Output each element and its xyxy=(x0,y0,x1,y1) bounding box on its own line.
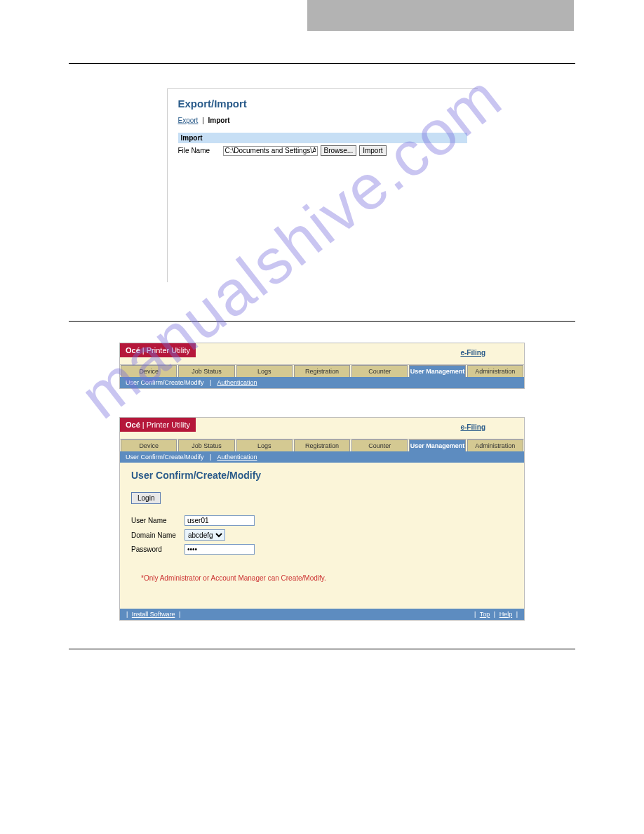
import-button[interactable]: Import xyxy=(359,145,386,156)
efiling-link-3[interactable]: e-Filing xyxy=(460,423,485,431)
password-label: Password xyxy=(131,545,185,553)
tab-user-management-3[interactable]: User Management xyxy=(409,439,465,451)
tab-job-status[interactable]: Job Status xyxy=(178,365,234,377)
subnav-auth[interactable]: Authentication xyxy=(217,379,257,386)
panel-title: Export/Import xyxy=(178,98,467,110)
footer-bar: | Install Software | | Top | Help | xyxy=(120,609,524,620)
username-row: User Name xyxy=(131,515,513,526)
login-form: User Confirm/Create/Modify Login User Na… xyxy=(120,463,524,609)
help-link[interactable]: Help xyxy=(499,611,513,618)
import-section-header: Import xyxy=(178,133,467,143)
tab-user-management[interactable]: User Management xyxy=(409,365,465,377)
brand-logo: Océ | Printer Utility xyxy=(120,343,196,357)
tab-counter[interactable]: Counter xyxy=(351,365,408,377)
domain-select[interactable]: abcdefg xyxy=(185,529,225,541)
brand-bar: Océ | Printer Utility e-Filing xyxy=(120,343,524,364)
tab-job-status-3[interactable]: Job Status xyxy=(178,439,234,451)
tab-logs[interactable]: Logs xyxy=(236,365,293,377)
panel-tabs: Export | Import xyxy=(178,117,467,124)
export-import-panel: Export/Import Export | Import Import Fil… xyxy=(167,88,478,282)
brand-bar-3: Océ | Printer Utility e-Filing xyxy=(120,418,524,439)
user-confirm-panel: Océ | Printer Utility e-Filing Device Jo… xyxy=(119,417,525,621)
main-tabs: Device Job Status Logs Registration Coun… xyxy=(120,364,524,377)
tab-export[interactable]: Export xyxy=(178,117,199,124)
tab-administration-3[interactable]: Administration xyxy=(467,439,523,451)
domain-label: Domain Name xyxy=(131,531,185,539)
browse-button[interactable]: Browse... xyxy=(321,145,357,156)
top-link[interactable]: Top xyxy=(480,611,490,618)
printer-utility-tabs-panel: Océ | Printer Utility e-Filing Device Jo… xyxy=(119,343,525,389)
divider-top xyxy=(69,63,575,64)
form-title: User Confirm/Create/Modify xyxy=(131,470,513,481)
divider-bottom xyxy=(69,649,575,649)
tab-counter-3[interactable]: Counter xyxy=(351,439,408,451)
efiling-link[interactable]: e-Filing xyxy=(460,349,485,357)
admin-note: *Only Administrator or Account Manager c… xyxy=(141,574,513,582)
domain-row: Domain Name abcdefg xyxy=(131,529,513,541)
tab-device[interactable]: Device xyxy=(121,365,177,377)
divider-mid xyxy=(69,321,575,322)
brand-logo-3: Océ | Printer Utility xyxy=(120,418,196,432)
filename-input[interactable] xyxy=(223,146,318,156)
subnav-user[interactable]: User Confirm/Create/Modify xyxy=(126,379,204,386)
tab-registration-3[interactable]: Registration xyxy=(294,439,350,451)
tab-device-3[interactable]: Device xyxy=(121,439,177,451)
password-input[interactable] xyxy=(185,544,255,555)
tab-import[interactable]: Import xyxy=(208,117,230,124)
username-label: User Name xyxy=(131,517,185,524)
main-tabs-3: Device Job Status Logs Registration Coun… xyxy=(120,439,524,451)
subnav-user-3[interactable]: User Confirm/Create/Modify xyxy=(126,454,204,461)
password-row: Password xyxy=(131,544,513,555)
tab-logs-3[interactable]: Logs xyxy=(236,439,293,451)
install-software-link[interactable]: Install Software xyxy=(132,611,175,618)
filename-row: File Name Browse... Import xyxy=(178,145,467,156)
tab-registration[interactable]: Registration xyxy=(294,365,350,377)
tab-administration[interactable]: Administration xyxy=(467,365,523,377)
subnav: User Confirm/Create/Modify | Authenticat… xyxy=(120,377,524,388)
subnav-3: User Confirm/Create/Modify | Authenticat… xyxy=(120,451,524,463)
username-input[interactable] xyxy=(185,515,255,526)
header-gray-box xyxy=(307,0,574,31)
filename-label: File Name xyxy=(178,147,220,154)
login-button[interactable]: Login xyxy=(131,492,161,504)
subnav-auth-3[interactable]: Authentication xyxy=(217,454,257,461)
